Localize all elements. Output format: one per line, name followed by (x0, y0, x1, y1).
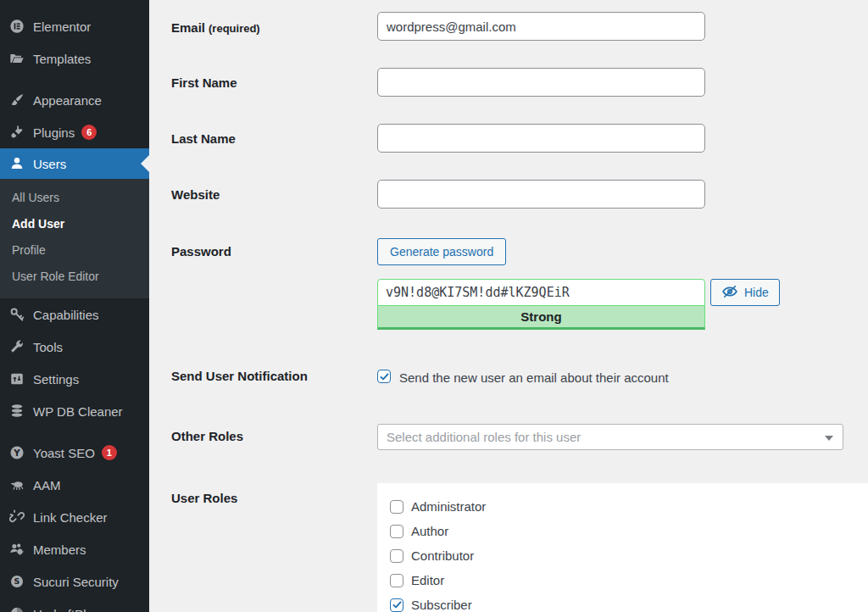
sidebar-item-label: Settings (33, 372, 79, 387)
role-option-administrator: Administrator (390, 494, 868, 519)
sidebar-item-updraftplus[interactable]: UpdraftPlus (0, 598, 149, 612)
generate-password-button[interactable]: Generate password (377, 238, 506, 265)
eye-slash-icon (721, 283, 738, 303)
users-submenu: All Users Add User Profile User Role Edi… (0, 179, 149, 298)
sidebar-item-wp-db-cleaner[interactable]: WP DB Cleaner (0, 395, 149, 427)
submenu-item-add-user[interactable]: Add User (0, 211, 149, 237)
sidebar-item-plugins[interactable]: Plugins 6 (0, 116, 149, 148)
sidebar-item-settings[interactable]: Settings (0, 363, 149, 395)
role-option-editor: Editor (390, 568, 868, 593)
sidebar-item-label: Link Checker (33, 510, 108, 525)
sucuri-icon: S (8, 573, 25, 590)
sidebar-separator (0, 427, 149, 437)
first-name-field[interactable] (377, 68, 705, 97)
role-option-label: Contributor (411, 548, 474, 563)
sidebar-item-sucuri-security[interactable]: S Sucuri Security (0, 565, 149, 598)
role-option-label: Author (411, 524, 448, 538)
email-field[interactable] (377, 12, 705, 41)
role-option-author: Author (390, 519, 868, 543)
send-notification-checkbox[interactable] (377, 370, 391, 383)
yoast-icon: Y (8, 444, 25, 461)
svg-text:S: S (14, 576, 20, 586)
editor-checkbox[interactable] (390, 574, 403, 587)
other-roles-label: Other Roles (171, 428, 243, 445)
sidebar-item-link-checker[interactable]: Link Checker (0, 501, 149, 533)
hide-button-label: Hide (744, 286, 769, 299)
role-option-subscriber: Subscriber (390, 593, 868, 612)
sidebar-item-label: Plugins (33, 125, 75, 140)
role-option-label: Administrator (411, 499, 486, 514)
password-label: Password (171, 243, 231, 260)
author-checkbox[interactable] (390, 525, 403, 538)
sidebar-separator (0, 75, 149, 84)
role-option-contributor: Contributor (390, 543, 868, 568)
members-group-icon (8, 541, 25, 558)
contributor-checkbox[interactable] (390, 549, 403, 563)
first-name-label: First Name (171, 75, 237, 92)
administrator-checkbox[interactable] (390, 500, 403, 514)
required-note: (required) (209, 22, 260, 35)
sidebar-item-label: Tools (33, 340, 63, 354)
submenu-item-user-role-editor[interactable]: User Role Editor (0, 264, 149, 290)
last-name-field[interactable] (377, 124, 705, 153)
website-field[interactable] (377, 180, 705, 209)
sidebar-item-tools[interactable]: Tools (0, 331, 149, 363)
other-roles-placeholder: Select additional roles for this user (387, 430, 581, 444)
sidebar-item-label: Users (33, 157, 66, 171)
key-icon (8, 306, 25, 323)
sidebar-item-label: UpdraftPlus (33, 607, 99, 612)
sidebar-item-label: Members (33, 542, 86, 557)
plug-icon (8, 124, 25, 141)
svg-text:Y: Y (13, 448, 20, 458)
sidebar-item-label: Capabilities (33, 308, 99, 322)
add-user-form: Email(required) First Name Last Name Web… (149, 0, 868, 612)
user-roles-panel: Administrator Author Contributor Editor … (377, 483, 868, 612)
sidebar-item-capabilities[interactable]: Capabilities (0, 298, 149, 331)
password-strength-indicator: Strong (377, 306, 705, 330)
chevron-down-icon (825, 436, 833, 441)
website-label: Website (171, 186, 220, 203)
sidebar-item-label: Appearance (33, 93, 102, 108)
subscriber-checkbox[interactable] (390, 598, 403, 612)
database-icon (8, 403, 25, 420)
elementor-icon (8, 18, 25, 35)
wrench-icon (8, 338, 25, 355)
paintbrush-icon (8, 92, 25, 108)
user-icon (8, 155, 25, 172)
send-user-notification-label: Send User Notification (171, 368, 308, 385)
submenu-item-profile[interactable]: Profile (0, 237, 149, 264)
sidebar-item-label: AAM (33, 478, 61, 492)
sidebar-item-label: WP DB Cleaner (33, 404, 123, 419)
sidebar-item-label: Yoast SEO (33, 446, 95, 460)
folder-icon (8, 50, 25, 67)
sidebar-item-label: Templates (33, 52, 91, 66)
plugins-update-badge: 6 (81, 125, 97, 140)
sidebar-item-appearance[interactable]: Appearance (0, 84, 149, 116)
sidebar-item-label: Sucuri Security (33, 575, 119, 589)
user-roles-label: User Roles (171, 490, 237, 507)
active-item-arrow (141, 155, 149, 172)
sidebar-item-elementor[interactable]: Elementor (0, 10, 149, 42)
role-option-label: Subscriber (411, 598, 472, 612)
settings-sliders-icon (8, 370, 25, 387)
sidebar-item-templates[interactable]: Templates (0, 42, 149, 75)
last-name-label: Last Name (171, 131, 236, 147)
sidebar-item-yoast-seo[interactable]: Y Yoast SEO 1 (0, 437, 149, 469)
updraftplus-icon (8, 605, 25, 612)
broken-link-icon (8, 509, 25, 526)
sidebar-item-users[interactable]: Users (0, 148, 149, 179)
sidebar-item-label: Elementor (33, 19, 91, 34)
sidebar-item-members[interactable]: Members (0, 533, 149, 565)
sidebar-item-aam[interactable]: AAM (0, 469, 149, 501)
role-option-label: Editor (411, 573, 444, 587)
yoast-notification-badge: 1 (102, 445, 117, 460)
email-label: Email(required) (171, 19, 260, 37)
other-roles-select[interactable]: Select additional roles for this user (377, 424, 843, 450)
password-field[interactable] (377, 279, 705, 306)
submenu-item-all-users[interactable]: All Users (0, 185, 149, 211)
aam-animal-icon (8, 476, 25, 493)
hide-password-button[interactable]: Hide (710, 279, 780, 306)
send-notification-text: Send the new user an email about their a… (399, 370, 669, 385)
admin-sidebar: Elementor Templates Appearance Plugins 6… (0, 0, 149, 612)
